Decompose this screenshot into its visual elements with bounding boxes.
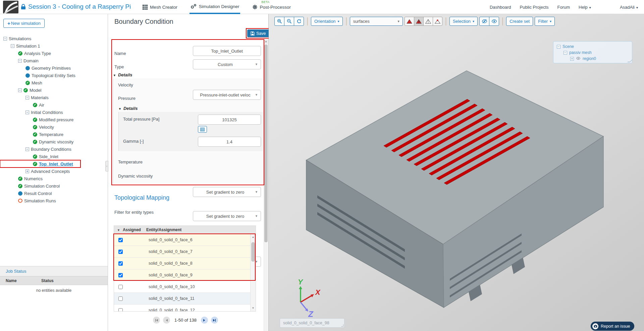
type-select[interactable]: Custom [193,59,261,69]
tree-item-mesh[interactable]: Mesh [0,79,107,86]
surface-mesh-mode-button[interactable] [414,17,424,26]
first-page-button[interactable] [153,317,160,324]
table-input-button[interactable] [198,126,207,133]
table-scrollbar[interactable]: ▲ ▼ [250,234,256,311]
tree-item-top-inlet-outlet[interactable]: Top_Inlet_Outlet [0,160,80,168]
assigned-checkbox[interactable] [118,250,123,254]
panel-scroll-up-icon[interactable]: ▲ [264,39,268,44]
tree-item-velocity[interactable]: Velocity [0,123,107,131]
show-selection-button[interactable] [489,17,499,26]
collapse-icon[interactable]: − [25,96,29,100]
tree-item-topological-entity-sets[interactable]: Topological Entity Sets [0,72,107,79]
last-page-button[interactable] [211,317,218,324]
refresh-view-button[interactable] [294,17,304,26]
tree-item-air[interactable]: Air [0,101,107,109]
tab-mesh-creator[interactable]: Mesh Creator [142,0,178,14]
user-menu[interactable]: AsadAli [620,5,638,10]
3d-viewport[interactable]: Orientation surfaces Selection [269,14,644,331]
collapse-icon[interactable]: − [25,147,29,151]
scroll-up-icon[interactable]: ▲ [251,235,256,240]
scroll-down-icon[interactable]: ▼ [251,306,256,311]
sidebar-collapse-handle[interactable]: ‹ [105,161,108,172]
gamma-input[interactable]: 1.4 [198,137,261,147]
tree-item-side-inlet[interactable]: Side_Inlet [0,153,107,160]
expand-icon[interactable]: + [570,57,574,61]
tab-post-processor[interactable]: BETA Post-Processor [252,0,291,14]
scene-item-scene[interactable]: −Scene [557,44,632,50]
nav-public-projects[interactable]: Public Projects [520,5,549,10]
new-simulation-button[interactable]: + New simulation [3,19,45,28]
tree-item-result-control[interactable]: Result Control [0,190,107,197]
points-mode-button[interactable] [433,17,442,26]
viscosity-select[interactable]: Set gradient to zero [193,211,261,221]
scrollbar-thumb[interactable] [251,242,255,262]
tree-item-simulation-control[interactable]: Simulation Control [0,182,107,190]
collapse-icon[interactable]: − [3,37,7,41]
velocity-select[interactable]: Pressure-inlet-outlet veloc [193,90,261,100]
tree-item-model[interactable]: −Model [0,86,107,94]
assigned-column-header[interactable]: Assigned [114,227,146,232]
scene-item-passiv-mesh[interactable]: −passiv mesh [557,50,632,56]
save-button[interactable]: Save [247,29,269,37]
total-pressure-input[interactable]: 101325 [198,115,261,125]
name-input[interactable]: Top_Inlet_Outlet [193,46,261,56]
help-menu[interactable]: Help [579,5,591,10]
temperature-select[interactable]: Set gradient to zero [193,187,261,197]
collapse-icon[interactable]: − [11,44,14,48]
collapse-icon[interactable]: − [18,88,22,92]
tree-item-analysis-type[interactable]: Analysis Type [0,50,107,57]
tree-item-domain[interactable]: −Domain [0,57,107,64]
tree-item-boundary-conditions[interactable]: −Boundary Conditions [0,145,107,153]
assigned-checkbox[interactable] [118,238,123,242]
tree-item-dynamic-viscosity[interactable]: Dynamic viscosity [0,138,107,145]
table-row[interactable]: solid_0_solid_0_face_6 [114,234,256,246]
collapse-icon[interactable]: − [25,111,29,114]
assigned-checkbox[interactable] [118,273,123,277]
panel-scrollbar-thumb[interactable] [264,45,268,242]
table-row[interactable]: solid_0_solid_0_face_9 [114,269,256,281]
collapse-icon[interactable]: − [557,45,560,49]
surface-mode-button[interactable] [405,17,414,26]
create-set-button[interactable]: Create set [506,17,533,26]
app-logo[interactable] [3,1,18,13]
visibility-eye-icon[interactable] [576,56,581,61]
next-page-button[interactable] [201,317,208,324]
orientation-dropdown[interactable]: Orientation [311,17,343,26]
tree-item-geometry-primitives[interactable]: Geometry Primitives [0,64,107,72]
filter-dropdown[interactable]: Filter [535,17,555,26]
tree-item-materials[interactable]: −Materials [0,94,107,101]
tree-item-initial-conditions[interactable]: −Initial Conditions [0,109,107,116]
nav-forum[interactable]: Forum [557,5,570,10]
collapse-icon[interactable]: − [18,59,22,63]
scene-tree-overlay[interactable]: −Scene−passiv mesh+region0 [553,41,632,63]
tree-item-temperature[interactable]: Temperature [0,131,107,138]
report-issue-button[interactable]: Report an issue [591,322,634,331]
expand-icon[interactable]: + [25,170,29,173]
zoom-in-button[interactable] [274,17,284,26]
tab-simulation-designer[interactable]: Simulation Designer [190,0,240,14]
tree-item-simulation-1[interactable]: −Simulation 1 [0,42,107,50]
render-mode-select[interactable]: surfaces [350,17,403,26]
zoom-out-button[interactable] [284,17,294,26]
prev-page-button[interactable] [163,317,170,324]
nav-dashboard[interactable]: Dashboard [490,5,511,10]
wireframe-mode-button[interactable] [423,17,433,26]
tree-item-advanced-concepts[interactable]: +Advanced Concepts [0,168,107,175]
assigned-checkbox[interactable] [118,261,123,266]
tree-item-numerics[interactable]: Numerics [0,175,107,182]
tree-item-modified-pressure[interactable]: Modified pressure [0,116,107,123]
assigned-checkbox[interactable] [118,285,123,289]
table-row[interactable]: solid_0_solid_0_face_11 [114,293,256,305]
table-row[interactable]: solid_0_solid_0_face_8 [114,258,256,269]
inner-details-header[interactable]: Details [118,106,138,111]
scene-item-region0[interactable]: +region0 [557,56,632,62]
panel-scrollbar[interactable]: ▲ [264,39,268,331]
selection-dropdown[interactable]: Selection [449,17,478,26]
tree-item-simulations[interactable]: −Simulations [0,35,107,42]
table-row[interactable]: solid_0_solid_0_face_10 [114,281,256,293]
details-section-header[interactable]: Details [113,72,132,77]
hide-selection-button[interactable] [479,17,489,26]
assigned-checkbox[interactable] [118,296,123,301]
table-row[interactable]: solid_0_solid_0_face_12 [114,305,256,312]
table-row[interactable]: solid_0_solid_0_face_7 [114,246,256,258]
